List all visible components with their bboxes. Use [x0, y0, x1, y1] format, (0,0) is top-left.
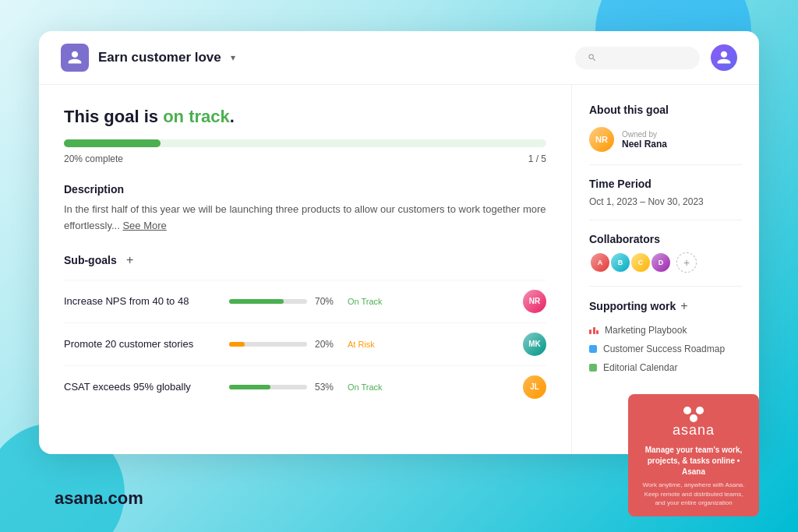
collaborator-avatar-3: C [630, 252, 651, 273]
goal-icon [61, 44, 89, 72]
asana-sub-text: Work anytime, anywhere with Asana. Keep … [639, 481, 748, 507]
asana-dot-3 [690, 414, 697, 422]
collaborators-title: Collaborators [589, 233, 742, 245]
asana-dot-2 [696, 407, 704, 414]
subgoal-progress-2: 20% At Risk [229, 339, 514, 350]
main-card: Earn customer love ▾ This goal is on tra [39, 31, 759, 454]
asana-dots-top [683, 407, 704, 414]
mini-progress-bg-2 [229, 342, 307, 347]
mini-progress-fill-3 [229, 385, 270, 389]
subgoal-avatar-2: MK [523, 333, 546, 356]
owner-name: Neel Rana [622, 139, 667, 150]
progress-bar-fill [64, 139, 161, 147]
supporting-item-3[interactable]: Editorial Calendar [603, 362, 677, 373]
progress-container [64, 139, 546, 147]
subgoal-name-2: Promote 20 customer stories [64, 338, 220, 350]
status-suffix: . [230, 107, 235, 126]
header: Earn customer love ▾ [39, 31, 759, 85]
owner-avatar: NR [589, 127, 614, 152]
subgoal-name-3: CSAT exceeds 95% globally [64, 381, 220, 393]
person-icon [67, 50, 83, 65]
description-text: In the first half of this year we will b… [64, 202, 546, 234]
subgoal-avatar-3: JL [523, 375, 546, 399]
subgoal-percent-2: 20% [315, 339, 340, 350]
see-more-link[interactable]: See More [122, 220, 166, 231]
time-period-title: Time Period [589, 178, 742, 190]
divider-3 [589, 286, 742, 287]
subgoal-progress-3: 53% On Track [229, 382, 514, 393]
add-supporting-work-button[interactable]: + [680, 299, 687, 313]
time-period-value: Oct 1, 2023 – Nov 30, 2023 [589, 196, 742, 207]
collaborator-avatar-2: B [609, 252, 631, 273]
subgoal-status-1: On Track [348, 297, 387, 306]
about-goal-title: About this goal [589, 104, 742, 116]
mini-progress-fill-2 [229, 342, 245, 347]
asana-ad-box: asana Manage your team's work, projects,… [628, 394, 759, 516]
list-item[interactable]: Editorial Calendar [589, 358, 742, 377]
description-title: Description [64, 183, 546, 196]
subgoal-status-3: On Track [348, 382, 387, 392]
goal-title: Earn customer love [98, 50, 221, 65]
asana-url-text: asana.com [55, 488, 143, 509]
owner-label: Owned by [622, 130, 667, 139]
user-avatar-header[interactable] [711, 44, 737, 71]
progress-bar-background [64, 139, 546, 147]
supporting-item-2[interactable]: Customer Success Roadmap [603, 344, 725, 354]
goal-status-heading: This goal is on track. [64, 107, 546, 127]
table-row: Increase NPS from 40 to 48 70% On Track … [64, 280, 546, 322]
status-prefix: This goal is [64, 107, 163, 126]
subgoal-percent-1: 70% [315, 296, 340, 307]
list-item[interactable]: Marketing Playbook [589, 321, 742, 340]
subgoal-avatar-1: NR [523, 290, 546, 313]
owner-info: Owned by Neel Rana [622, 130, 667, 150]
list-item[interactable]: Customer Success Roadmap [589, 340, 742, 358]
table-row: CSAT exceeds 95% globally 53% On Track J… [64, 365, 546, 408]
left-panel: This goal is on track. 20% complete 1 / … [39, 85, 572, 454]
status-highlight: on track [163, 107, 230, 126]
supporting-work-header: Supporting work + [589, 299, 742, 313]
mini-progress-bg-3 [229, 385, 307, 389]
collaborator-avatar-1: A [589, 252, 611, 273]
table-row: Promote 20 customer stories 20% At Risk … [64, 322, 546, 365]
asana-dot-1 [683, 407, 691, 414]
progress-labels: 20% complete 1 / 5 [64, 153, 546, 164]
asana-logo: asana [639, 407, 748, 439]
divider-2 [589, 220, 742, 220]
chevron-down-icon[interactable]: ▾ [231, 52, 235, 63]
header-right [575, 44, 737, 71]
progress-percent-label: 20% complete [64, 153, 123, 164]
subgoal-progress-1: 70% On Track [229, 296, 514, 307]
subgoal-status-2: At Risk [348, 340, 387, 349]
supporting-work-title: Supporting work [589, 300, 676, 312]
collaborator-avatar-4: D [650, 252, 672, 273]
user-silhouette-icon [716, 50, 732, 65]
green-dot-icon [589, 364, 597, 372]
collaborators-row: A B C D + [589, 252, 742, 273]
divider-1 [589, 164, 742, 165]
search-bar[interactable] [575, 47, 700, 69]
mini-progress-bg-1 [229, 299, 307, 304]
header-left: Earn customer love ▾ [61, 44, 235, 72]
subgoals-header: Sub-goals + [64, 253, 546, 267]
search-input[interactable] [603, 52, 687, 64]
supporting-item-1[interactable]: Marketing Playbook [605, 325, 687, 336]
bar-chart-icon [589, 326, 598, 334]
blue-dot-icon [589, 345, 597, 353]
subgoal-name-1: Increase NPS from 40 to 48 [64, 295, 220, 307]
subgoal-percent-3: 53% [315, 382, 340, 393]
add-subgoal-button[interactable]: + [123, 253, 137, 267]
asana-tagline: Manage your team's work, projects, & tas… [639, 445, 748, 477]
add-collaborator-button[interactable]: + [676, 252, 697, 273]
owner-row: NR Owned by Neel Rana [589, 127, 742, 152]
progress-fraction: 1 / 5 [528, 153, 546, 164]
asana-brand-name: asana [673, 422, 715, 439]
mini-progress-fill-1 [229, 299, 284, 304]
subgoals-title: Sub-goals [64, 254, 117, 266]
search-icon [588, 52, 597, 63]
